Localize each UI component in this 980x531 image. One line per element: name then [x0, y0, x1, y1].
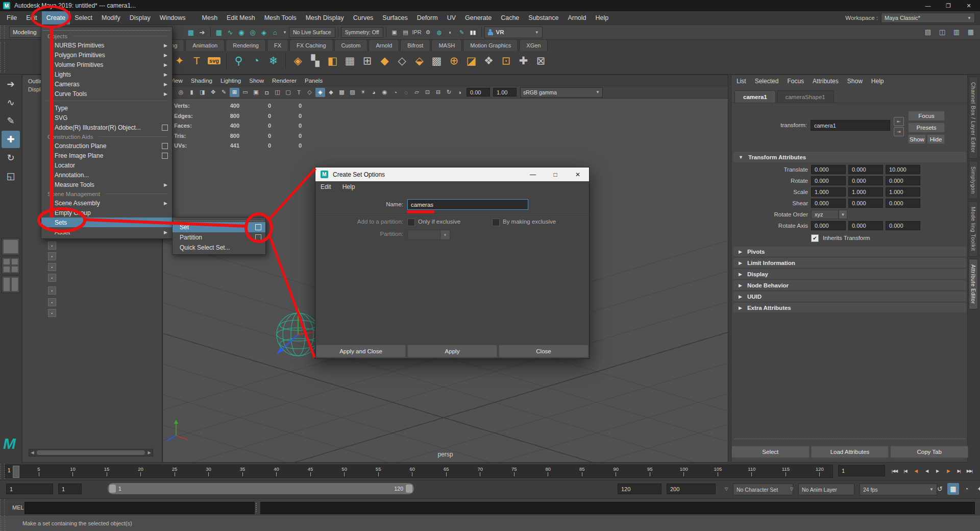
sidebar-vertical-tab[interactable]: Channel Box / Layer Editor	[969, 77, 978, 159]
screen-space-ao-icon[interactable]: ☀	[358, 88, 368, 97]
gamma-field[interactable]: 1.00	[493, 88, 517, 96]
attribute-value-field[interactable]: 0.000	[886, 176, 920, 185]
create-menu-item[interactable]: Construction Aids ▶	[41, 132, 172, 141]
horizontal-scrollbar[interactable]: ◀ ▶	[29, 449, 153, 456]
scrollbar-thumb[interactable]	[37, 450, 145, 455]
poly-shelf-icon-7[interactable]: ◇	[394, 52, 410, 69]
2d-pan-zoom-icon[interactable]: ✥	[208, 88, 218, 97]
transform-attributes-section-header[interactable]: ▼ Transform Attributes	[733, 152, 966, 162]
create-menu-item[interactable]: Locator ▶	[41, 160, 172, 170]
xray-icon[interactable]: ▱	[412, 88, 422, 97]
light-editor-icon[interactable]: ◐	[445, 27, 456, 38]
shadows-icon[interactable]: ▨	[348, 88, 357, 97]
sidebar-vertical-tab[interactable]: Simplygon	[969, 161, 978, 200]
use-all-lights-icon[interactable]: ▩	[337, 88, 347, 97]
make-live-icon[interactable]: ⌂	[270, 27, 281, 38]
open-render-view-icon[interactable]: ▣	[389, 27, 400, 38]
playback-end-field[interactable]: 120	[618, 484, 662, 494]
hypershade-icon[interactable]: ◍	[434, 27, 445, 38]
shelf-tab[interactable]: Bifrost	[400, 39, 430, 51]
menubar-item[interactable]: Deform	[412, 11, 443, 25]
dialog-close-button[interactable]: ✕	[567, 167, 589, 181]
by-making-exclusive-checkbox[interactable]	[492, 219, 500, 226]
poly-shelf-icon-11[interactable]: ◪	[463, 52, 479, 69]
step-forward-frame-button[interactable]: ▶|	[953, 465, 964, 477]
multisample-icon[interactable]: ◉	[380, 88, 389, 97]
outliner-item-icon[interactable]: ▪	[48, 286, 56, 295]
render-settings-icon[interactable]: ⚙	[423, 27, 434, 38]
create-menu-item[interactable]	[45, 101, 168, 101]
create-menu-item[interactable]: Type ▶	[41, 103, 172, 113]
current-frame-field[interactable]: 1	[838, 465, 885, 476]
attribute-value-field[interactable]: 0.000	[848, 165, 883, 174]
scale-tool[interactable]: ◱	[2, 167, 20, 185]
create-menu-item[interactable]: Empty Group ▶	[41, 208, 172, 218]
maximize-button[interactable]: ❐	[938, 0, 959, 11]
gate-mask-icon[interactable]: ◘	[262, 88, 272, 97]
create-menu-item[interactable]: Polygon Primitives ▶	[41, 50, 172, 60]
shelf-tab[interactable]: MASH	[431, 39, 462, 51]
menubar-item[interactable]: Display	[125, 11, 155, 25]
focus-button[interactable]: Focus	[908, 111, 945, 121]
create-menu-item[interactable]: Lights ▶	[41, 69, 172, 79]
attribute-section-header[interactable]: ▶ Node Behavior	[733, 280, 966, 290]
only-if-exclusive-checkbox[interactable]	[407, 219, 415, 226]
menubar-item[interactable]: Curves	[349, 11, 378, 25]
lasso-select-tool[interactable]: ∿	[2, 94, 20, 111]
close-button[interactable]: ✕	[959, 0, 979, 11]
menubar-item[interactable]: Mesh Tools	[260, 11, 301, 25]
viewport-menu-item[interactable]: Renderer	[268, 78, 301, 84]
contrast-icon[interactable]: ◑	[455, 88, 464, 97]
select-cursor-icon[interactable]: ➔	[197, 27, 208, 38]
bookmark-icon[interactable]: ▮	[187, 88, 197, 97]
create-menu-item[interactable]: Objects ▶	[41, 32, 172, 40]
sidebar-vertical-tab[interactable]: Mode ling Toolkit	[969, 201, 978, 257]
mel-input-field[interactable]	[24, 502, 255, 514]
menubar-item[interactable]: Mesh	[198, 11, 223, 25]
create-menu-item[interactable]: Annotation... ▶	[41, 170, 172, 180]
outliner-item-icon[interactable]: ▪	[48, 242, 56, 250]
create-menu-item[interactable]: Sets ▶	[41, 218, 172, 227]
menubar-item[interactable]: File	[2, 11, 21, 25]
attribute-section-header[interactable]: ▶ Display	[733, 269, 966, 279]
wireframe-icon[interactable]: ◇	[305, 88, 314, 97]
depth-of-field-icon[interactable]: ◔	[390, 88, 400, 97]
shelf-separator[interactable]	[226, 53, 227, 68]
toolbar-drag-handle[interactable]	[0, 464, 5, 479]
image-plane-icon[interactable]: ◨	[198, 88, 207, 97]
show-button[interactable]: Show	[908, 134, 926, 144]
attribute-value-field[interactable]: 0.000	[811, 165, 846, 174]
live-surface-field[interactable]: No Live Surface	[289, 27, 335, 38]
option-box-icon[interactable]	[162, 143, 168, 149]
poly-shelf-icon-8[interactable]: ⬙	[411, 52, 427, 69]
menubar-item[interactable]: Edit	[21, 11, 42, 25]
attribute-editor-menu-item[interactable]: Selected	[755, 78, 779, 85]
sidebar-vertical-tab[interactable]: Attribute Editor	[969, 259, 978, 309]
scroll-right-icon[interactable]: ▶	[146, 449, 153, 456]
menu-tearoff-handle[interactable]	[43, 28, 170, 31]
create-menu-item[interactable]: Volume Primitives ▶	[41, 60, 172, 69]
shelf-tab[interactable]: Motion Graphics	[463, 39, 518, 51]
sets-submenu-item[interactable]: Quick Select Set... ▶	[173, 243, 265, 253]
attribute-editor-menu-item[interactable]: List	[737, 78, 746, 85]
grid-toggle-icon[interactable]: ⊞	[230, 88, 239, 97]
poly-shelf-icon-4[interactable]: ▦	[342, 52, 358, 69]
outliner-item-icon[interactable]: ▪	[48, 252, 56, 260]
outliner-item-icon[interactable]: ▪	[48, 274, 56, 282]
menubar-item[interactable]: Substance	[524, 11, 563, 25]
snap-projected-center-icon[interactable]: ◎	[247, 27, 258, 38]
create-menu-item[interactable]: Scene Management ▶	[41, 189, 172, 198]
dialog-menu-item[interactable]: Help	[342, 183, 355, 190]
attribute-editor-tab[interactable]: cameraShape1	[777, 90, 834, 103]
attribute-value-field[interactable]: 0.000	[886, 199, 920, 208]
shelf-tab[interactable]: Custom	[334, 39, 368, 51]
outliner-item-icon[interactable]: ▪	[48, 298, 56, 306]
viewport-menu-item[interactable]: Shading	[187, 78, 216, 84]
shaded-icon[interactable]: ◈	[315, 88, 325, 97]
origin-snowflake-icon[interactable]: ❄	[265, 52, 281, 69]
create-menu-item[interactable]: Adobe(R) Illustrator(R) Object... ▶	[41, 123, 172, 132]
plugin-shapes-icon[interactable]: ⊟	[433, 88, 443, 97]
create-menu-item[interactable]: Scene Assembly ▶	[41, 198, 172, 208]
menubar-item[interactable]: Modify	[97, 11, 125, 25]
animation-end-field[interactable]: 200	[667, 484, 716, 494]
